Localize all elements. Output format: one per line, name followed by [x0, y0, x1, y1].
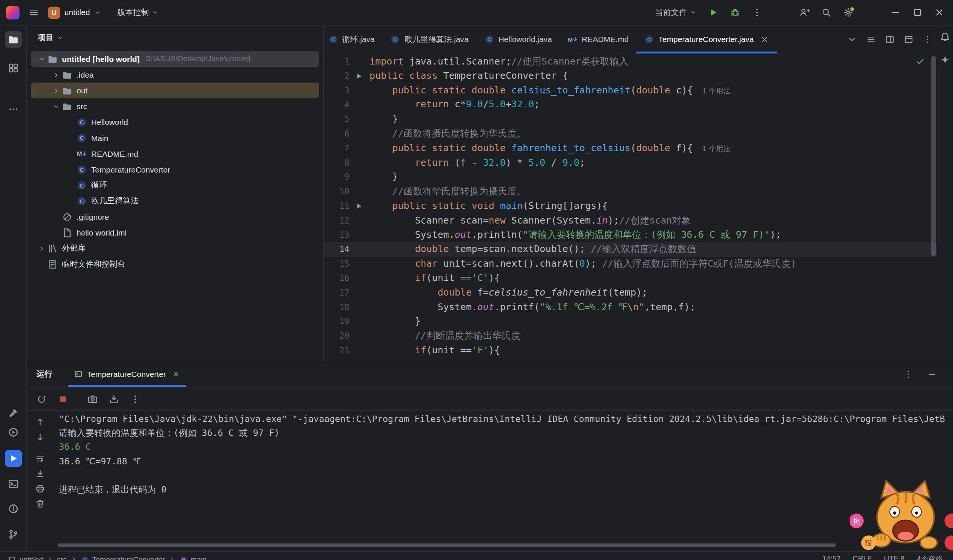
run-gutter-icon[interactable] [349, 69, 369, 84]
arrow-down-icon[interactable] [35, 432, 45, 442]
run-gutter-icon[interactable] [349, 199, 369, 214]
editor-tab[interactable]: C循环.java [324, 25, 383, 53]
terminal-tool-button[interactable] [5, 475, 22, 492]
editor-tab[interactable]: CHelloworld.java [476, 25, 560, 53]
code-line[interactable]: 19 } [324, 315, 937, 330]
run-tool-button[interactable] [5, 450, 22, 467]
inspections-check-icon[interactable] [916, 57, 925, 67]
screenshot-icon[interactable] [87, 394, 98, 404]
breadcrumb-item[interactable]: untitled [8, 555, 43, 560]
window-minimize-button[interactable] [890, 7, 901, 18]
add-user-icon[interactable] [799, 7, 810, 18]
breadcrumb-item[interactable]: src [57, 555, 67, 560]
chevron-down-icon[interactable] [50, 101, 62, 112]
tree-item[interactable]: C循环 [31, 178, 319, 193]
breadcrumb-item[interactable]: CTemperatureConverter [81, 555, 165, 560]
more-tool-windows-button[interactable] [5, 101, 22, 118]
tree-item[interactable]: .idea [31, 67, 319, 82]
debug-button[interactable] [730, 7, 740, 18]
rerun-icon[interactable] [36, 394, 47, 404]
tree-item[interactable]: untitled [hello world]D:\ASUS\Desktop\Ja… [31, 51, 319, 67]
window-maximize-button[interactable] [913, 7, 923, 18]
window-close-button[interactable] [934, 7, 945, 18]
run-config-widget[interactable]: 当前文件 [655, 7, 697, 18]
ai-assistant-icon[interactable] [939, 55, 950, 66]
tree-item[interactable]: 临时文件和控制台 [31, 256, 319, 272]
tab-close-icon[interactable] [760, 34, 770, 44]
code-line[interactable]: 17 double f=celsius_to_fahrenheit(temp); [324, 286, 937, 300]
clear-console-icon[interactable] [35, 499, 45, 509]
run-tab[interactable]: TemperatureConverter [68, 361, 186, 387]
split-editor-icon[interactable] [885, 34, 895, 44]
stop-icon[interactable] [58, 394, 68, 404]
editor-list-icon[interactable] [866, 34, 876, 44]
tree-item[interactable]: CHelloworld [31, 114, 319, 130]
tree-item[interactable]: .gitignore [31, 209, 319, 225]
run-more-icon[interactable] [903, 369, 914, 379]
editor-tab[interactable]: C欧几里得算法.java [383, 25, 476, 53]
code-line[interactable]: 10 //函数将华氏度转换为摄氏度。 [324, 184, 937, 199]
arrow-up-icon[interactable] [35, 417, 45, 427]
project-widget[interactable]: U untitled [48, 6, 101, 19]
vcs-widget[interactable]: 版本控制 [117, 7, 158, 18]
soft-wrap-icon[interactable] [35, 453, 45, 463]
import-output-icon[interactable] [109, 394, 120, 404]
editor-tab[interactable]: CTemperatureConverter.java [636, 25, 777, 53]
tree-item[interactable]: MREADME.md [31, 145, 319, 161]
code-line[interactable]: 16 if(unit =='C'){ [324, 271, 937, 286]
code-editor[interactable]: 1import java.util.Scanner;//使用Scanner类获取… [324, 53, 937, 360]
build-tool-button[interactable] [5, 404, 22, 421]
search-icon[interactable] [821, 7, 832, 18]
code-line[interactable]: 11 public static void main(String[]args)… [324, 199, 937, 214]
toolbar-more-icon[interactable] [130, 394, 140, 404]
editor-scrollbar[interactable] [931, 56, 936, 256]
code-line[interactable]: 21 if(unit =='F'){ [324, 343, 937, 358]
scroll-to-end-icon[interactable] [35, 469, 45, 479]
run-console[interactable]: "C:\Program Files\Java\jdk-22\bin\java.e… [59, 412, 951, 541]
code-line[interactable]: 14 double temp=scan.nextDouble(); //输入双精… [324, 242, 937, 257]
code-line[interactable]: 7 public static double fahrenheit_to_cel… [324, 141, 937, 156]
problems-tool-button[interactable] [5, 500, 22, 517]
tree-item[interactable]: CMain [31, 130, 319, 145]
code-line[interactable]: 13 System.out.println("请输入要转换的温度和单位：(例如 … [324, 228, 937, 243]
settings-gear-icon[interactable] [843, 7, 854, 18]
editor-more-icon[interactable] [923, 34, 932, 44]
code-line[interactable]: 4 return c*9.0/5.0+32.0; [324, 98, 937, 113]
hidden-tabs-chevron-icon[interactable] [847, 34, 857, 44]
tree-item[interactable]: hello world.iml [31, 225, 319, 240]
code-line[interactable]: 18 System.out.printf("%.1f ℃=%.2f ℉\n",t… [324, 300, 937, 315]
chevron-right-icon[interactable] [50, 70, 62, 80]
tree-item[interactable]: C欧几里得算法 [31, 193, 319, 209]
code-line[interactable]: 1import java.util.Scanner;//使用Scanner类获取… [324, 55, 937, 70]
tree-item[interactable]: CTemperatureConverter [31, 162, 319, 178]
more-actions-icon[interactable] [752, 7, 762, 18]
services-tool-button[interactable] [5, 424, 22, 441]
chevron-right-icon[interactable] [35, 243, 47, 254]
code-line[interactable]: 3 public static double celsius_to_fahren… [324, 84, 937, 98]
code-line[interactable]: 15 char unit=scan.next().charAt(0); //输入… [324, 257, 937, 272]
code-line[interactable]: 9 } [324, 170, 937, 185]
chevron-down-icon[interactable] [35, 54, 47, 64]
code-line[interactable]: 2public class TemperatureConverter { [324, 69, 937, 84]
breadcrumb-item[interactable]: mmain [179, 555, 206, 560]
main-menu-icon[interactable] [28, 7, 39, 18]
structure-tool-button[interactable] [5, 60, 22, 76]
editor-tab[interactable]: MREADME.md [560, 25, 636, 53]
notifications-bell-icon[interactable] [939, 31, 950, 42]
code-line[interactable]: 5 } [324, 113, 937, 127]
tree-item[interactable]: src [31, 98, 319, 114]
tab-close-icon[interactable] [172, 370, 180, 378]
run-button[interactable] [708, 7, 719, 18]
project-tool-button[interactable] [5, 31, 22, 48]
console-scrollbar[interactable] [58, 543, 836, 547]
editor-layout-icon[interactable] [904, 34, 914, 44]
print-icon[interactable] [35, 484, 45, 493]
tree-item[interactable]: out [31, 82, 319, 98]
code-line[interactable]: 8 return (f - 32.0) * 5.0 / 9.0; [324, 156, 937, 170]
code-line[interactable]: 6 //函数将摄氏度转换为华氏度。 [324, 127, 937, 141]
version-control-tool-button[interactable] [5, 526, 22, 543]
code-line[interactable]: 12 Scanner scan=new Scanner(System.in);/… [324, 213, 937, 228]
code-line[interactable]: 20 //判断温度并输出华氏度 [324, 330, 937, 344]
tree-item[interactable]: 外部库 [31, 240, 319, 256]
project-panel-header[interactable]: 项目 [26, 25, 323, 50]
